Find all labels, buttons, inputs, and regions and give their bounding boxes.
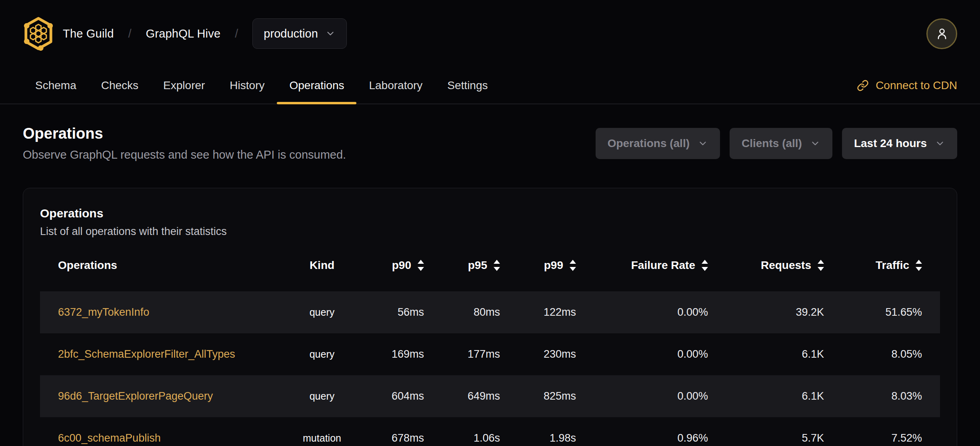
tab-bar: SchemaChecksExplorerHistoryOperationsLab… (0, 67, 980, 104)
operations-card: Operations List of all operations with t… (23, 188, 957, 446)
tab-label: Operations (289, 79, 344, 92)
operations-table: OperationsKindp90p95p99Failure RateReque… (40, 248, 940, 446)
cell-kind: mutation (276, 432, 368, 444)
tab-label: Laboratory (369, 79, 422, 92)
cell-p99: 825ms (500, 390, 576, 402)
column-header-label: Operations (58, 259, 117, 272)
operation-link[interactable]: 2bfc_SchemaExplorerFilter_AllTypes (58, 348, 235, 360)
cell-p90: 169ms (368, 348, 424, 360)
column-header-label: Traffic (876, 259, 909, 272)
cell-p99: 1.98s (500, 432, 576, 444)
cell-failure_rate: 0.00% (576, 348, 708, 360)
connect-to-cdn-link[interactable]: Connect to CDN (857, 67, 957, 104)
cell-p95: 80ms (424, 306, 500, 319)
filter-clients-label: Clients (all) (742, 137, 802, 150)
cell-name: 6c00_schemaPublish (40, 432, 276, 444)
cdn-link-label: Connect to CDN (876, 79, 957, 92)
column-header-name: Operations (40, 259, 276, 272)
cell-traffic: 8.03% (824, 390, 922, 402)
cell-requests: 6.1K (708, 348, 824, 360)
user-menu-avatar[interactable] (926, 18, 957, 49)
filter-period-dropdown[interactable]: Last 24 hours (842, 128, 957, 159)
cell-p90: 678ms (368, 432, 424, 444)
tab-schema[interactable]: Schema (23, 67, 89, 104)
filter-operations-label: Operations (all) (608, 137, 690, 150)
chevron-down-icon (810, 138, 820, 149)
column-header-p99[interactable]: p99 (500, 259, 576, 272)
column-header-label: Failure Rate (631, 259, 695, 272)
cell-failure_rate: 0.00% (576, 390, 708, 402)
table-row: 6372_myTokenInfoquery56ms80ms122ms0.00%3… (40, 291, 940, 333)
chevron-down-icon (325, 28, 336, 39)
page-subtitle: Observe GraphQL requests and see how the… (23, 148, 346, 161)
sort-arrows-icon (570, 260, 576, 271)
operation-link[interactable]: 6372_myTokenInfo (58, 306, 149, 318)
tab-operations[interactable]: Operations (277, 67, 356, 104)
filter-operations-dropdown[interactable]: Operations (all) (596, 128, 720, 159)
page-header-text: Operations Observe GraphQL requests and … (23, 125, 346, 161)
chevron-down-icon (935, 138, 945, 149)
tab-settings[interactable]: Settings (435, 67, 500, 104)
tab-checks[interactable]: Checks (89, 67, 151, 104)
page-title: Operations (23, 125, 346, 142)
table-header-row: OperationsKindp90p95p99Failure RateReque… (40, 248, 940, 282)
column-header-traffic[interactable]: Traffic (824, 259, 922, 272)
sort-arrows-icon (418, 260, 424, 271)
cell-name: 96d6_TargetExplorerPageQuery (40, 390, 276, 402)
breadcrumb-org[interactable]: The Guild (63, 27, 114, 40)
cell-p95: 1.06s (424, 432, 500, 444)
cell-p90: 604ms (368, 390, 424, 402)
cell-p99: 122ms (500, 306, 576, 319)
table-body: 6372_myTokenInfoquery56ms80ms122ms0.00%3… (40, 291, 940, 446)
page-header: Operations Observe GraphQL requests and … (0, 125, 980, 161)
operation-link[interactable]: 6c00_schemaPublish (58, 432, 161, 444)
table-row: 6c00_schemaPublishmutation678ms1.06s1.98… (40, 417, 940, 446)
top-bar: The Guild / GraphQL Hive / production (0, 0, 980, 67)
filter-period-label: Last 24 hours (854, 137, 927, 150)
chevron-down-icon (698, 138, 708, 149)
cell-traffic: 51.65% (824, 306, 922, 319)
tab-label: Settings (447, 79, 488, 92)
filters: Operations (all) Clients (all) Last 24 h… (596, 128, 957, 159)
column-header-label: Requests (761, 259, 811, 272)
sort-arrows-icon (818, 260, 824, 271)
cell-p95: 177ms (424, 348, 500, 360)
sort-arrows-icon (916, 260, 922, 271)
cell-traffic: 7.52% (824, 432, 922, 444)
card-title: Operations (40, 207, 940, 220)
table-row: 2bfc_SchemaExplorerFilter_AllTypesquery1… (40, 333, 940, 375)
cell-requests: 39.2K (708, 306, 824, 319)
column-header-p90[interactable]: p90 (368, 259, 424, 272)
breadcrumb-separator: / (128, 27, 132, 40)
cell-kind: query (276, 307, 368, 318)
filter-clients-dropdown[interactable]: Clients (all) (730, 128, 832, 159)
table-row: 96d6_TargetExplorerPageQueryquery604ms64… (40, 375, 940, 417)
tab-label: Schema (35, 79, 76, 92)
card-subtitle: List of all operations with their statis… (40, 225, 940, 238)
sort-arrows-icon (702, 260, 708, 271)
column-header-kind: Kind (276, 259, 368, 272)
tab-label: Explorer (163, 79, 205, 92)
operation-link[interactable]: 96d6_TargetExplorerPageQuery (58, 390, 213, 402)
cell-failure_rate: 0.96% (576, 432, 708, 444)
tab-list: SchemaChecksExplorerHistoryOperationsLab… (23, 67, 500, 104)
column-header-requests[interactable]: Requests (708, 259, 824, 272)
breadcrumb-separator: / (235, 27, 238, 40)
tab-label: History (230, 79, 264, 92)
hive-logo-icon (23, 16, 54, 51)
tab-history[interactable]: History (217, 67, 277, 104)
link-icon (857, 80, 869, 92)
cell-requests: 6.1K (708, 390, 824, 402)
tab-explorer[interactable]: Explorer (151, 67, 217, 104)
column-header-failure_rate[interactable]: Failure Rate (576, 259, 708, 272)
tab-laboratory[interactable]: Laboratory (356, 67, 435, 104)
column-header-label: p99 (544, 259, 563, 272)
tab-label: Checks (101, 79, 138, 92)
column-header-label: Kind (310, 259, 334, 272)
target-selector-dropdown[interactable]: production (252, 18, 346, 49)
breadcrumb-project[interactable]: GraphQL Hive (146, 27, 221, 40)
cell-requests: 5.7K (708, 432, 824, 444)
cell-name: 2bfc_SchemaExplorerFilter_AllTypes (40, 348, 276, 360)
column-header-p95[interactable]: p95 (424, 259, 500, 272)
cell-kind: query (276, 390, 368, 402)
